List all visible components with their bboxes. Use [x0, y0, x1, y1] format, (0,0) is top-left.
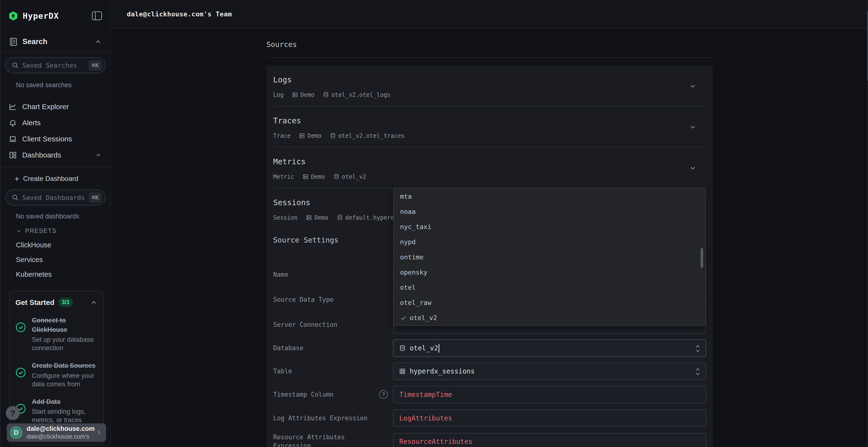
- nav-label: Chart Explorer: [22, 103, 102, 111]
- sidebar-item-dashboards[interactable]: Dashboards: [0, 147, 111, 163]
- form-row-table: Table hyperdx_sessions: [273, 363, 706, 380]
- select-updown-icon[interactable]: [695, 344, 701, 352]
- timestamp-column-field[interactable]: TimestampTime: [393, 386, 706, 403]
- dropdown-option-selected[interactable]: otel_v2: [394, 310, 706, 325]
- preset-item-clickhouse[interactable]: ClickHouse: [0, 241, 111, 249]
- dropdown-option[interactable]: otel: [394, 280, 706, 295]
- source-meta: Metric Demo otel_v2: [273, 173, 706, 180]
- shortcut-badge: ⌘K: [89, 60, 102, 71]
- source-data-type-label: Source Data Type: [273, 291, 393, 309]
- search-journal-icon: [8, 37, 18, 46]
- source-section-traces: Traces Trace Demo otel_v2.otel_traces: [273, 106, 706, 147]
- dropdown-option[interactable]: otel_raw: [394, 295, 706, 310]
- form-row-resource-attributes: Resource Attributes Expression ResourceA…: [273, 433, 706, 447]
- log-attributes-label: Log Attributes Expression: [273, 409, 393, 427]
- saved-dashboards-input[interactable]: ⌘K: [5, 190, 105, 205]
- database-select[interactable]: otel_v2: [393, 339, 706, 357]
- source-connection: Demo: [301, 92, 314, 98]
- source-title: Traces: [273, 116, 706, 125]
- dropdown-scrollbar-thumb[interactable]: [701, 248, 703, 268]
- step-description: Set up your database connection: [32, 336, 97, 352]
- chevron-up-icon[interactable]: [94, 38, 102, 45]
- create-dashboard-button[interactable]: + Create Dashboard: [0, 171, 111, 187]
- saved-searches-input[interactable]: ⌘K: [5, 57, 105, 73]
- dashboard-grid-icon: [8, 151, 17, 160]
- bell-icon: [8, 118, 17, 127]
- profile-text: dale@clickhouse.com dale@clickhouse.com'…: [27, 425, 95, 440]
- hyperdx-logo-icon: [9, 11, 18, 21]
- table-label: Table: [273, 363, 393, 380]
- source-type: Session: [273, 214, 298, 221]
- dropdown-option[interactable]: noaa: [394, 204, 706, 219]
- dropdown-option[interactable]: mta: [394, 189, 706, 204]
- server-connection-label: Server Connection: [273, 316, 393, 334]
- log-attributes-value: LogAttributes: [399, 414, 452, 422]
- source-table: otel_v2.otel_logs: [331, 92, 391, 98]
- database-icon: [399, 345, 406, 352]
- source-type: Trace: [273, 133, 290, 139]
- source-type: Metric: [273, 173, 294, 180]
- log-attributes-field[interactable]: LogAttributes: [393, 409, 706, 427]
- search-icon: [11, 194, 19, 201]
- source-meta: Trace Demo otel_v2.otel_traces: [273, 132, 706, 139]
- sidebar-collapse-icon[interactable]: [92, 11, 102, 21]
- create-dashboard-label: Create Dashboard: [23, 175, 79, 182]
- saved-dashboards-field[interactable]: [22, 194, 89, 201]
- sidebar-section-search[interactable]: Search: [0, 32, 111, 51]
- database-icon: [322, 92, 329, 98]
- logo-row: HyperDX: [0, 0, 111, 32]
- search-icon: [11, 62, 19, 69]
- nav-label: Alerts: [22, 119, 102, 127]
- dropdown-option[interactable]: opensky: [394, 265, 706, 280]
- preset-item-kubernetes[interactable]: Kubernetes: [0, 271, 111, 278]
- source-table: otel_v2: [342, 173, 366, 180]
- dropdown-option[interactable]: ontime: [394, 249, 706, 265]
- window-scrollbar-thumb[interactable]: [867, 11, 868, 81]
- step-text: Add Data Start sending logs, metrics, or…: [32, 397, 97, 424]
- dropdown-option[interactable]: nyc_taxi: [394, 219, 706, 234]
- page-title: dale@clickhouse.com's Team: [127, 10, 232, 18]
- check-circle-icon: [16, 367, 26, 378]
- nav-label: Client Sessions: [22, 135, 102, 143]
- chevron-up-icon[interactable]: [90, 299, 97, 306]
- brand-name: HyperDX: [23, 11, 92, 21]
- shortcut-badge: ⌘K: [89, 193, 102, 203]
- form-row-database: Database otel_v2: [273, 339, 706, 357]
- step-text: Connect to ClickHouse Set up your databa…: [32, 316, 97, 352]
- presets-toggle[interactable]: PRESETS: [0, 227, 111, 234]
- database-label: Database: [273, 339, 393, 357]
- table-select[interactable]: hyperdx_sessions: [393, 363, 706, 380]
- sidebar-item-alerts[interactable]: Alerts: [0, 115, 111, 131]
- dropdown-option[interactable]: nypd: [394, 234, 706, 249]
- get-started-header[interactable]: Get Started 3/3: [16, 298, 97, 307]
- step-description: Configure where your data comes from: [32, 372, 97, 388]
- get-started-step-add-data[interactable]: Add Data Start sending logs, metrics, or…: [16, 397, 97, 424]
- source-connection: Demo: [311, 173, 325, 180]
- get-started-step-sources[interactable]: Create Data Sources Configure where your…: [16, 361, 97, 388]
- chevron-down-icon[interactable]: [689, 123, 696, 131]
- help-button[interactable]: ?: [6, 406, 20, 420]
- sidebar-item-client-sessions[interactable]: Client Sessions: [0, 131, 111, 147]
- chevron-up-icon[interactable]: [95, 152, 102, 159]
- source-connection: Demo: [314, 214, 329, 221]
- preset-item-services[interactable]: Services: [0, 256, 111, 264]
- chart-line-icon: [8, 102, 17, 111]
- saved-searches-field[interactable]: [22, 62, 89, 69]
- server-icon: [306, 214, 312, 221]
- select-updown-icon[interactable]: [695, 367, 701, 375]
- resource-attributes-label: Resource Attributes Expression: [273, 433, 393, 447]
- sidebar-item-chart-explorer[interactable]: Chart Explorer: [0, 99, 111, 115]
- chevron-down-icon[interactable]: [689, 82, 696, 90]
- get-started-step-connect[interactable]: Connect to ClickHouse Set up your databa…: [16, 316, 97, 352]
- plus-icon: +: [14, 174, 19, 183]
- resource-attributes-field[interactable]: ResourceAttributes: [393, 433, 706, 447]
- user-profile-menu[interactable]: D dale@clickhouse.com dale@clickhouse.co…: [7, 423, 106, 442]
- step-text: Create Data Sources Configure where your…: [32, 361, 97, 388]
- source-type: Log: [273, 92, 283, 98]
- step-title: Create Data Sources: [32, 361, 97, 370]
- timestamp-column-label: Timestamp Column ?: [273, 386, 393, 403]
- divider: [0, 51, 111, 52]
- step-description: Start sending logs, metrics, or traces: [32, 408, 97, 424]
- help-tooltip-icon[interactable]: ?: [379, 390, 388, 399]
- chevron-down-icon[interactable]: [689, 164, 696, 172]
